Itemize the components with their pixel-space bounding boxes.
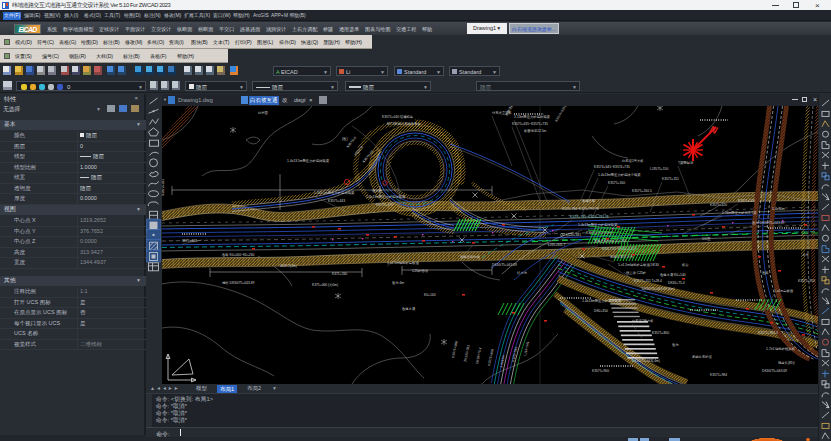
svg-text:K3575+311 T=28.4: K3575+311 T=28.4: [634, 279, 662, 283]
svg-text:DK30+75.4: DK30+75.4: [475, 347, 482, 364]
svg-text:桥台: 桥台: [681, 263, 689, 267]
svg-text:LJ3575+150: LJ3575+150: [650, 167, 668, 171]
svg-text:5与区: 5与区: [702, 237, 711, 241]
svg-text:改移道路中线 D1+783: 改移道路中线 D1+783: [594, 238, 627, 243]
svg-text:桥面净宽12.5m: 桥面净宽12.5m: [523, 128, 547, 133]
svg-text:K125+764~K125+791.76: K125+764~K125+791.76: [562, 207, 599, 211]
svg-text:排水沟: 排水沟: [517, 271, 527, 275]
svg-text:泄水槽: 泄水槽: [372, 189, 383, 193]
svg-text:K3575+984: K3575+984: [710, 373, 727, 377]
svg-text:1-x1.5m钢筋砼盖板涵 DK30: 1-x1.5m钢筋砼盖板涵 DK30: [618, 262, 659, 267]
svg-text:1-7x5 钢筋砼框架桥: 1-7x5 钢筋砼框架桥: [766, 346, 796, 351]
svg-text:(改): (改): [342, 136, 348, 141]
svg-text:DK30+75.4: DK30+75.4: [668, 281, 685, 285]
svg-text:2-13m预应力砼连续箱梁: 2-13m预应力砼连续箱梁: [514, 114, 550, 119]
svg-text:K32/4+785~K32/4+791.76: K32/4+785~K32/4+791.76: [570, 215, 609, 219]
svg-text:改沟 4m: 改沟 4m: [392, 280, 404, 285]
svg-text:C25砼挡墙: C25砼挡墙: [412, 269, 429, 273]
svg-text:浆砌片石排水沟: 浆砌片石排水沟: [610, 254, 633, 259]
svg-text:K3575+900: K3575+900: [592, 369, 609, 373]
svg-text:水沟: 水沟: [802, 253, 809, 257]
svg-text:K3575+860: K3575+860: [487, 349, 494, 367]
svg-text:K30+75.4~DK30+141.9: K30+75.4~DK30+141.9: [602, 247, 637, 251]
svg-text:改移道路中线: 改移道路中线: [460, 254, 480, 259]
svg-text:K3575+040 喷播植草: K3575+040 喷播植草: [382, 115, 414, 119]
svg-text:K3575+160: K3575+160: [608, 181, 625, 185]
svg-text:K3575+260.5: K3575+260.5: [632, 189, 652, 193]
svg-text:LJ15+341.7: LJ15+341.7: [548, 243, 565, 247]
svg-text:改路: 改路: [762, 270, 769, 275]
svg-text:博松 DK30/75+043.69: 博松 DK30/75+043.69: [222, 281, 255, 285]
svg-text:1-x2m盖板涵: 1-x2m盖板涵: [774, 289, 794, 293]
svg-text:M7.5浆砌片石拱形骨架: M7.5浆砌片石拱形骨架: [387, 121, 421, 126]
svg-text:DK30/75+043.69: DK30/75+043.69: [492, 263, 517, 267]
svg-text:改路 K0+000~K0+260: 改路 K0+000~K0+260: [222, 252, 255, 257]
svg-text:1-4x13m预应力砼连续箱梁: 1-4x13m预应力砼连续箱梁: [578, 222, 618, 227]
svg-text:1-4x13m预应力砼连续箱梁: 1-4x13m预应力砼连续箱梁: [366, 194, 406, 199]
svg-text:ZK125+381: ZK125+381: [463, 344, 471, 362]
svg-text:N3875+581: N3875+581: [162, 179, 165, 196]
svg-text:K3575+950: K3575+950: [798, 279, 815, 283]
svg-text:1-x1.5m钢筋砼盖板涵: 1-x1.5m钢筋砼盖板涵: [387, 260, 419, 265]
svg-text:1-16m预应力砼简支T梁: 1-16m预应力砼简支T梁: [722, 210, 757, 215]
svg-text:1-4x13.5m预应力砼连续箱梁: 1-4x13.5m预应力砼连续箱梁: [287, 158, 330, 163]
svg-text:K3575+420: K3575+420: [710, 203, 727, 207]
svg-text:K3574+645~K3574+735: K3574+645~K3574+735: [594, 165, 630, 169]
svg-text:改沟 DK30/75+043.69: 改沟 DK30/75+043.69: [752, 220, 785, 225]
svg-text:浆砌片石护坡: 浆砌片石护坡: [692, 354, 712, 359]
svg-text:K375+060 (右0m): K375+060 (右0m): [312, 282, 338, 287]
svg-text:K3575+800: K3575+800: [652, 331, 669, 335]
svg-text:T梁预制场: T梁预制场: [678, 160, 693, 165]
svg-text:DK30/75+043.69 (4m): DK30/75+043.69 (4m): [642, 287, 675, 291]
svg-text:挡土墙 C25砼: 挡土墙 C25砼: [626, 271, 647, 275]
svg-text:K3575+984.3: K3575+984.3: [758, 331, 778, 335]
svg-text:K3575+635~K3575+735: K3575+635~K3575+735: [512, 122, 548, 126]
svg-text:DK0+350: DK0+350: [594, 309, 608, 313]
svg-text:K0+140: K0+140: [424, 293, 436, 297]
svg-text:K3575+443: K3575+443: [328, 199, 345, 203]
svg-text:N: N: [708, 123, 719, 136]
svg-text:4649.2(4m): 4649.2(4m): [280, 264, 297, 268]
svg-text:洞身长(81t): 洞身长(81t): [778, 361, 795, 365]
svg-text:白石坡1号大桥: 白石坡1号大桥: [622, 158, 644, 163]
svg-text:改移水渠: 改移水渠: [402, 306, 416, 311]
svg-text:1-4x13m预应力砼连续小箱梁: 1-4x13m预应力砼连续小箱梁: [598, 172, 641, 177]
svg-text:K3575+311: K3575+311: [662, 177, 679, 181]
svg-text:白竹园: 白竹园: [258, 111, 268, 115]
svg-text:1-4x10m: 1-4x10m: [772, 207, 785, 211]
svg-text:K3575+520: K3575+520: [738, 199, 755, 203]
svg-text:白石坡2号大桥: 白石坡2号大桥: [632, 318, 654, 323]
svg-text:1-343.5m预应力砼连续箱梁: 1-343.5m预应力砼连续箱梁: [314, 190, 355, 195]
svg-text:DK30/75+043.69: DK30/75+043.69: [762, 369, 787, 373]
svg-text:K3575+900: K3575+900: [451, 341, 458, 359]
svg-text:K3575+190: K3575+190: [376, 203, 393, 207]
svg-text:改移道路: 改移道路: [582, 198, 596, 203]
svg-text:DK30/75+043(.4m): DK30/75+043(.4m): [632, 359, 660, 363]
svg-text:3875+443: 3875+443: [182, 239, 197, 243]
svg-text:改移水渠 K0+140: 改移水渠 K0+140: [660, 272, 686, 277]
svg-text:K375+260: K375+260: [332, 272, 347, 276]
svg-text:1-4x13m预应力砼连续箱梁: 1-4x13m预应力砼连续箱梁: [582, 298, 622, 303]
svg-text:K3574+635设计: K3574+635设计: [554, 106, 570, 123]
svg-text:QD K125+341: QD K125+341: [560, 233, 581, 237]
svg-text:改沟: 改沟: [672, 342, 679, 347]
